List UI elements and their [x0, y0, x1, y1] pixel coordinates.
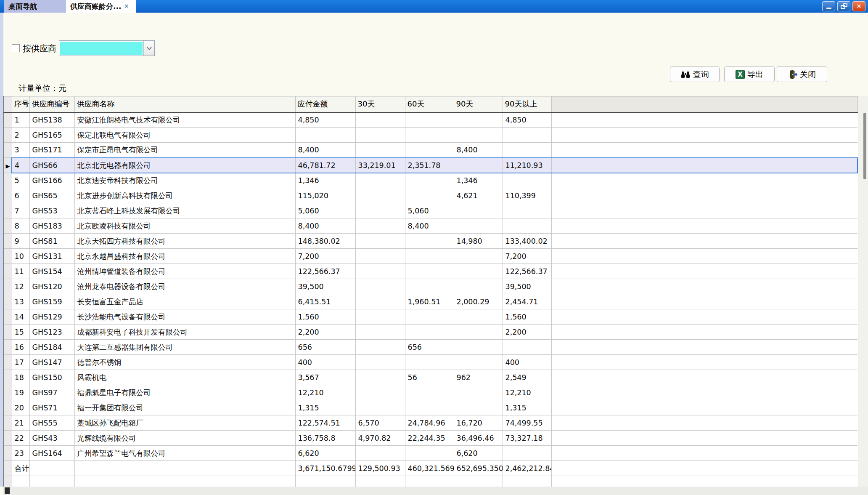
- table-row[interactable]: 13GHS159长安恒富五金产品店6,415.511,960.512,000.2…: [4, 294, 857, 309]
- cell-code[interactable]: GHS129: [29, 309, 74, 325]
- cell-name[interactable]: 北京蓝石峰上科技发展有限公司: [74, 203, 295, 218]
- cell-90dplus[interactable]: 74,499.55: [503, 415, 551, 431]
- cell-code[interactable]: [29, 461, 74, 476]
- cell-90d[interactable]: [454, 355, 503, 370]
- row-selector-cell[interactable]: [4, 461, 12, 476]
- header-code[interactable]: 供应商编号: [29, 96, 74, 112]
- cell-60d[interactable]: [405, 249, 454, 264]
- cell-no[interactable]: 23: [12, 446, 29, 461]
- header-payable[interactable]: 应付金额: [295, 96, 355, 112]
- cell-90dplus[interactable]: 400: [503, 355, 551, 370]
- row-selector-cell[interactable]: [4, 279, 12, 294]
- cell-30d[interactable]: [355, 128, 405, 143]
- cell-90d[interactable]: 8,400: [454, 143, 503, 158]
- table-row[interactable]: 5GHS166北京迪安帝科技有限公司1,3461,346: [4, 173, 857, 188]
- cell-name[interactable]: 北京进步创新高科技有限公司: [74, 188, 295, 203]
- row-selector-cell[interactable]: [4, 173, 12, 188]
- cell-90dplus[interactable]: 2,549: [503, 370, 551, 385]
- cell-payable[interactable]: 656: [295, 340, 355, 355]
- cell-90d[interactable]: [454, 309, 503, 325]
- cell-no[interactable]: 5: [12, 173, 29, 188]
- cell-payable[interactable]: 1,346: [295, 173, 355, 188]
- cell-90d[interactable]: [454, 476, 503, 487]
- cell-code[interactable]: GHS53: [29, 203, 74, 218]
- cell-60d[interactable]: [405, 173, 454, 188]
- cell-90dplus[interactable]: [503, 218, 551, 234]
- cell-code[interactable]: GHS154: [29, 264, 74, 279]
- cell-code[interactable]: GHS43: [29, 431, 74, 446]
- cell-payable[interactable]: 7,200: [295, 249, 355, 264]
- cell-30d[interactable]: [355, 309, 405, 325]
- cell-payable[interactable]: 6,620: [295, 446, 355, 461]
- cell-payable[interactable]: 122,574.51: [295, 415, 355, 431]
- restore-button[interactable]: [837, 1, 850, 11]
- cell-code[interactable]: GHS159: [29, 294, 74, 309]
- cell-30d[interactable]: [355, 340, 405, 355]
- cell-60d[interactable]: [405, 355, 454, 370]
- cell-no[interactable]: 2: [12, 128, 29, 143]
- cell-payable[interactable]: 39,500: [295, 279, 355, 294]
- cell-60d[interactable]: 56: [405, 370, 454, 385]
- cell-code[interactable]: GHS183: [29, 218, 74, 234]
- cell-60d[interactable]: [405, 446, 454, 461]
- cell-payable[interactable]: 8,400: [295, 218, 355, 234]
- cell-name[interactable]: 北京永越昌盛科技有限公司: [74, 249, 295, 264]
- table-row[interactable]: 17GHS147德普尔不锈钢400400: [4, 355, 857, 370]
- cell-90dplus[interactable]: 122,566.37: [503, 264, 551, 279]
- cell-30d[interactable]: 33,219.01: [355, 158, 405, 173]
- cell-90dplus[interactable]: 2,454.71: [503, 294, 551, 309]
- cell-60d[interactable]: [405, 385, 454, 400]
- cell-90dplus[interactable]: [503, 173, 551, 188]
- table-row[interactable]: 2GHS165保定北联电气有限公司: [4, 128, 857, 143]
- cell-90d[interactable]: 36,496.46: [454, 431, 503, 446]
- cell-60d[interactable]: [405, 128, 454, 143]
- cell-payable[interactable]: 400: [295, 355, 355, 370]
- cell-90dplus[interactable]: 133,400.02: [503, 234, 551, 249]
- row-selector-cell[interactable]: [4, 203, 12, 218]
- cell-name[interactable]: 藁城区孙飞配电箱厂: [74, 415, 295, 431]
- cell-90d[interactable]: [454, 264, 503, 279]
- table-row[interactable]: 7GHS53北京蓝石峰上科技发展有限公司5,0605,060: [4, 203, 857, 218]
- cell-name[interactable]: 福鼎魁星电子有限公司: [74, 385, 295, 400]
- cell-60d[interactable]: [405, 309, 454, 325]
- cell-payable[interactable]: 136,758.8: [295, 431, 355, 446]
- cell-90d[interactable]: 14,980: [454, 234, 503, 249]
- cell-name[interactable]: 德普尔不锈钢: [74, 355, 295, 370]
- cell-no[interactable]: 17: [12, 355, 29, 370]
- cell-payable[interactable]: 3,671,150.67999: [295, 461, 355, 476]
- header-name[interactable]: 供应商名称: [74, 96, 295, 112]
- cell-name[interactable]: 长安恒富五金产品店: [74, 294, 295, 309]
- row-selector-cell[interactable]: [4, 234, 12, 249]
- horizontal-scrollbar[interactable]: [3, 487, 868, 495]
- cell-name[interactable]: 沧州龙泰电器设备有限公司: [74, 279, 295, 294]
- cell-no[interactable]: 合计: [12, 461, 29, 476]
- cell-30d[interactable]: [355, 249, 405, 264]
- cell-no[interactable]: 20: [12, 400, 29, 415]
- cell-60d[interactable]: 1,960.51: [405, 294, 454, 309]
- cell-90d[interactable]: 1,346: [454, 173, 503, 188]
- cell-90dplus[interactable]: 2,462,212.84: [503, 461, 551, 476]
- row-selector-cell[interactable]: [4, 446, 12, 461]
- table-row[interactable]: 11GHS154沧州情坤管道装备有限公司122,566.37122,566.37: [4, 264, 857, 279]
- cell-no[interactable]: 7: [12, 203, 29, 218]
- cell-name[interactable]: [74, 476, 295, 487]
- row-selector-cell[interactable]: [4, 188, 12, 203]
- cell-90d[interactable]: [454, 218, 503, 234]
- cell-60d[interactable]: [405, 188, 454, 203]
- cell-payable[interactable]: 3,567: [295, 370, 355, 385]
- cell-name[interactable]: 北京欧凌科技有限公司: [74, 218, 295, 234]
- cell-no[interactable]: 3: [12, 143, 29, 158]
- cell-30d[interactable]: [355, 400, 405, 415]
- cell-no[interactable]: 6: [12, 188, 29, 203]
- cell-90dplus[interactable]: 1,315: [503, 400, 551, 415]
- table-row[interactable]: 23GHS164广州希望森兰电气有限公司6,6206,620: [4, 446, 857, 461]
- cell-code[interactable]: GHS165: [29, 128, 74, 143]
- cell-30d[interactable]: [355, 112, 405, 128]
- cell-name[interactable]: 北京天拓四方科技有限公司: [74, 234, 295, 249]
- cell-code[interactable]: GHS123: [29, 325, 74, 340]
- cell-no[interactable]: 9: [12, 234, 29, 249]
- row-selector-cell[interactable]: [4, 264, 12, 279]
- supplier-combobox-value[interactable]: [60, 42, 143, 55]
- cell-name[interactable]: 福一开集团有限公司: [74, 400, 295, 415]
- cell-90d[interactable]: [454, 249, 503, 264]
